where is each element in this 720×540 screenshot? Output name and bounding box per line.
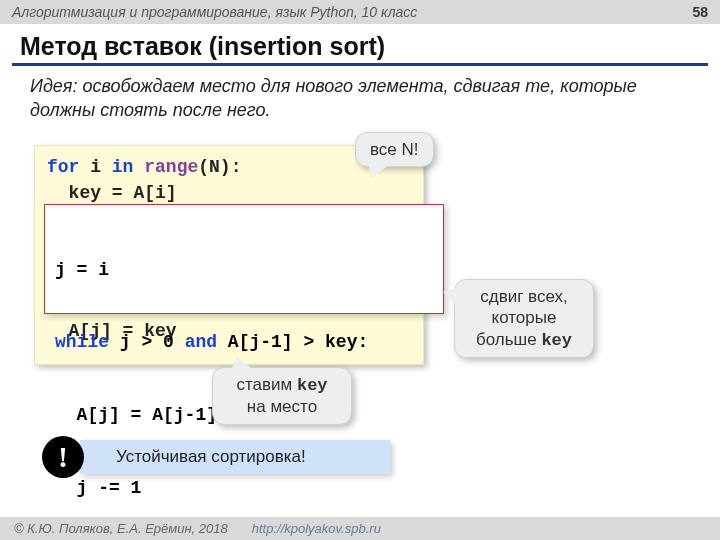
course-title: Алгоритмизация и программирование, язык … <box>12 4 417 20</box>
callout-all-n-text: все N! <box>370 140 419 159</box>
page-title: Метод вставок (insertion sort) <box>0 24 720 63</box>
inner-line-4: j -= 1 <box>55 476 433 500</box>
code-box-inner: j = i while j > 0 and A[j-1] > key: A[j]… <box>44 204 444 314</box>
inner-line-2: while j > 0 and A[j-1] > key: <box>55 330 433 354</box>
idea-text: Идея: освобождаем место для нового элеме… <box>0 74 720 123</box>
header-bar: Алгоритмизация и программирование, язык … <box>0 0 720 24</box>
note-text: Устойчивая сортировка! <box>116 447 306 467</box>
code-line-2: key = A[i] <box>47 180 411 206</box>
footer-copyright: © К.Ю. Поляков, Е.А. Ерёмин, 2018 <box>14 521 228 536</box>
callout-all-n: все N! <box>355 132 434 167</box>
note-box: Устойчивая сортировка! <box>80 440 390 474</box>
inner-line-1: j = i <box>55 258 433 282</box>
callout-place: ставим key на место <box>212 367 352 425</box>
idea-body: : освобождаем место для нового элемента,… <box>30 76 637 120</box>
title-rule <box>12 63 708 66</box>
callout-shift: сдвиг всех, которые больше key <box>454 279 594 358</box>
note-bang: ! <box>58 440 68 474</box>
idea-label: Идея <box>30 76 72 96</box>
callout-place-l1: ставим key <box>227 374 337 396</box>
callout-shift-l1: сдвиг всех, <box>469 286 579 307</box>
footer-url: http://kpolyakov.spb.ru <box>252 521 381 536</box>
page-number: 58 <box>692 4 708 20</box>
callout-shift-l2: которые <box>469 307 579 328</box>
callout-place-l2: на место <box>227 396 337 417</box>
footer-bar: © К.Ю. Поляков, Е.А. Ерёмин, 2018 http:/… <box>0 517 720 540</box>
callout-shift-l3: больше key <box>469 329 579 351</box>
note-icon: ! <box>42 436 84 478</box>
